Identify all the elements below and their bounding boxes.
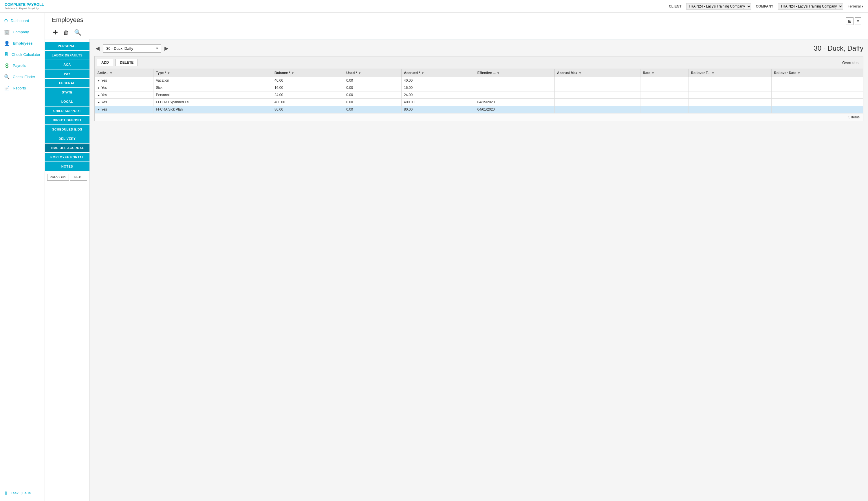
filter-icon-accrued[interactable]: ▼ [421,72,424,75]
sidebar-item-payrolls[interactable]: 💲 Payrolls [0,60,45,71]
sub-nav-btn-child-support[interactable]: CHILD SUPPORT [45,107,89,115]
filter-icon-balance[interactable]: ▼ [291,72,294,75]
col-header-rate: Rate▼ [641,69,688,77]
data-table-wrapper: ADD DELETE Overrides Activ...▼Type *▼Bal… [94,56,864,121]
list-view-button[interactable]: ≡ [855,17,861,25]
user-menu[interactable]: Ferreiral ▾ [848,4,864,8]
sub-nav-btn-scheduled-eds[interactable]: SCHEDULED E/DS [45,125,89,134]
table-row[interactable]: ►YesPersonal24.000.0024.00 [95,92,863,99]
search-employee-button[interactable]: 🔍 [73,28,83,36]
sidebar-item-task-queue[interactable]: ⬆ Task Queue [4,488,41,498]
next-button[interactable]: NEXT [70,174,87,181]
table-row[interactable]: ►YesFFCRA Expanded Le...400.000.00400.00… [95,99,863,106]
table-row[interactable]: ►YesSick16.000.0016.00 [95,84,863,92]
cell-used: 0.00 [344,106,401,113]
cell-used: 0.00 [344,84,401,92]
cell-accrued: 400.00 [402,99,475,106]
grid-view-button[interactable]: ⊞ [846,17,854,25]
sub-nav-btn-local[interactable]: LOCAL [45,97,89,106]
sidebar-label-reports: Reports [13,86,26,90]
cell-type[interactable]: Vacation [154,77,272,84]
employee-name-display: 30 - Duck, Daffy [814,44,864,52]
cell-accrual_max [554,99,640,106]
expand-icon[interactable]: ► [97,108,100,111]
main-content: Employees ⊞ ≡ ✚ 🗑 🔍 PERSONALLABOR DEFAUL… [45,13,868,501]
previous-button[interactable]: PREVIOUS [47,174,69,181]
client-select[interactable]: TRAIN24 - Lacy's Training Company [686,3,751,10]
sidebar-item-company[interactable]: 🏢 Company [0,26,45,38]
sub-nav-btn-notes[interactable]: NOTES [45,162,89,171]
sidebar-item-dashboard[interactable]: ⊙ Dashboard [0,15,45,26]
sub-nav-btn-time-off-accrual[interactable]: TIME OFF ACCRUAL [45,143,89,152]
sidebar-bottom: ⬆ Task Queue [0,485,45,501]
next-employee-button[interactable]: ▶ [163,44,170,53]
expand-icon[interactable]: ► [97,94,100,97]
col-header-effective: Effective ...▼ [475,69,554,77]
col-header-accrual_max: Accrual Max▼ [554,69,640,77]
cell-rollover_t [688,77,772,84]
col-label-balance: Balance * [274,71,290,75]
company-select[interactable]: TRAIN24 - Lacy's Training Company [778,3,843,10]
sub-nav-btn-aca[interactable]: ACA [45,60,89,69]
cell-balance: 40.00 [272,77,344,84]
table-row[interactable]: ►YesFFCRA Sick Plan80.000.0080.0004/01/2… [95,106,863,113]
top-bar-controls: CLIENT TRAIN24 - Lacy's Training Company… [669,3,864,10]
expand-icon[interactable]: ► [97,86,100,89]
sidebar-item-check-calculator[interactable]: 🖩 Check Calculator [0,49,45,60]
sidebar-item-check-finder[interactable]: 🔍 Check Finder [0,71,45,83]
check-finder-icon: 🔍 [4,74,10,79]
sidebar: ⊙ Dashboard 🏢 Company 👤 Employees 🖩 Chec… [0,13,45,501]
cell-accrued: 24.00 [402,92,475,99]
col-header-used: Used *▼ [344,69,401,77]
sub-nav-btn-delivery[interactable]: DELIVERY [45,134,89,143]
cell-type[interactable]: Sick [154,84,272,92]
cell-accrued: 16.00 [402,84,475,92]
overrides-label: Overrides [842,61,861,65]
cell-accrued: 80.00 [402,106,475,113]
employee-bar-left: ◀ 30 - Duck, Daffy ▼ ▶ [94,44,170,53]
task-queue-label: Task Queue [11,491,31,495]
company-label: COMPANY [756,4,773,8]
filter-icon-rate[interactable]: ▼ [652,72,654,75]
col-label-active: Activ... [97,71,108,75]
filter-icon-active[interactable]: ▼ [109,72,112,75]
reports-icon: 📄 [4,85,10,91]
add-row-button[interactable]: ADD [97,59,113,66]
logo-area: COMPLETE PAYROLL Solutions to Payroll Si… [4,3,44,10]
prev-employee-button[interactable]: ◀ [94,44,101,53]
delete-row-button[interactable]: DELETE [116,59,138,66]
sub-nav-btn-state[interactable]: STATE [45,88,89,97]
sidebar-item-reports[interactable]: 📄 Reports [0,83,45,94]
sub-nav-btn-personal[interactable]: PERSONAL [45,42,89,50]
cell-type[interactable]: FFCRA Expanded Le... [154,99,272,106]
employee-select-wrapper: 30 - Duck, Daffy ▼ [103,44,161,53]
filter-icon-rollover_date[interactable]: ▼ [797,72,800,75]
expand-icon[interactable]: ► [97,101,100,104]
employee-select[interactable]: 30 - Duck, Daffy [103,44,161,53]
cell-balance: 16.00 [272,84,344,92]
filter-icon-used[interactable]: ▼ [358,72,361,75]
sub-layout: PERSONALLABOR DEFAULTSACAPAYFEDERALSTATE… [45,39,868,501]
sub-nav-btn-employee-portal[interactable]: EMPLOYEE PORTAL [45,153,89,161]
col-header-rollover_date: Rollover Date▼ [772,69,863,77]
delete-employee-button[interactable]: 🗑 [62,29,70,36]
expand-icon[interactable]: ► [97,79,100,82]
sub-nav-btn-federal[interactable]: FEDERAL [45,79,89,87]
sidebar-item-employees[interactable]: 👤 Employees [0,38,45,49]
filter-icon-effective[interactable]: ▼ [497,72,500,75]
sidebar-nav: ⊙ Dashboard 🏢 Company 👤 Employees 🖩 Chec… [0,15,45,94]
sub-nav-btn-pay[interactable]: PAY [45,70,89,78]
add-employee-button[interactable]: ✚ [52,28,59,36]
filter-icon-type[interactable]: ▼ [167,72,170,75]
time-off-table: Activ...▼Type *▼Balance *▼Used *▼Accrued… [95,69,863,113]
client-label: CLIENT [669,4,681,8]
cell-type[interactable]: Personal [154,92,272,99]
cell-rate [641,106,688,113]
cell-type[interactable]: FFCRA Sick Plan [154,106,272,113]
filter-icon-accrual_max[interactable]: ▼ [579,72,581,75]
table-row[interactable]: ►YesVacation40.000.0040.00 [95,77,863,84]
top-bar: COMPLETE PAYROLL Solutions to Payroll Si… [0,0,868,13]
sub-nav-btn-direct-deposit[interactable]: DIRECT DEPOSIT [45,116,89,125]
sub-nav-btn-labor-defaults[interactable]: LABOR DEFAULTS [45,51,89,60]
filter-icon-rollover_t[interactable]: ▼ [712,72,714,75]
